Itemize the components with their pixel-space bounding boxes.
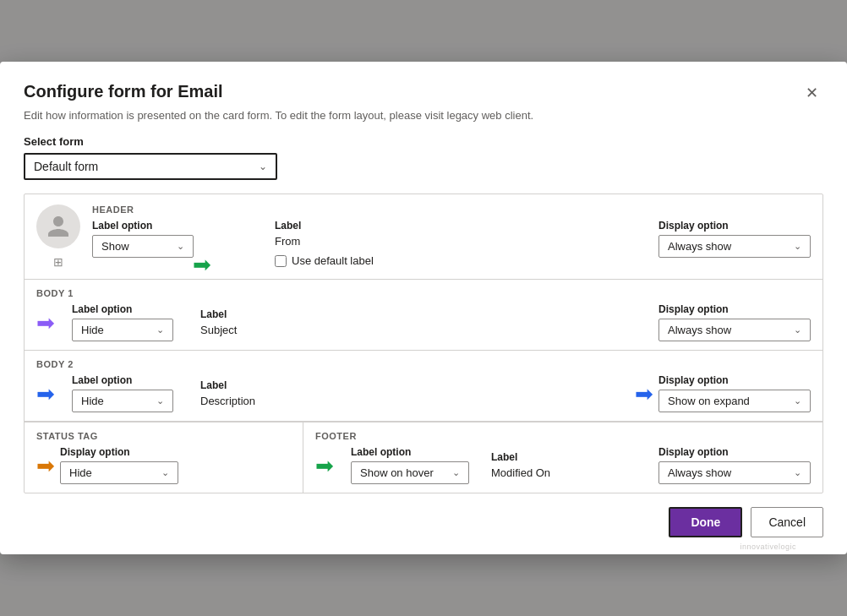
body1-label-option-value: Hide (81, 324, 104, 336)
bottom-sections: STATUS TAG ➡ Display option Hide ⌄ (25, 422, 822, 493)
header-content: HEADER Label option Show ⌄ ➡ La (92, 204, 811, 267)
header-display-col: Display option Always show ⌄ (658, 220, 811, 258)
chevron-down-icon: ⌄ (794, 241, 801, 252)
body2-display-col: ➡ Display option Show on expand ⌄ (635, 374, 811, 412)
header-label-option-dropdown[interactable]: Show ⌄ (92, 235, 194, 258)
body1-display-option-dropdown[interactable]: Always show ⌄ (658, 319, 811, 341)
status-display-col: Display option Hide ⌄ (60, 446, 178, 484)
footer-label-option-col: Label option Show on hover ⌄ (351, 446, 469, 484)
chevron-down-icon: ⌄ (156, 395, 164, 406)
header-display-option-dropdown[interactable]: Always show ⌄ (658, 235, 811, 258)
grid-icon: ⊞ (53, 255, 63, 269)
footer-label-value: Modified On (491, 466, 593, 479)
status-tag-label: STATUS TAG (36, 431, 291, 441)
footer-display-option-label: Display option (658, 446, 811, 458)
body2-fields-row: ➡ Label option Hide ⌄ Label Description (36, 374, 811, 412)
footer-tag: FOOTER (315, 431, 811, 441)
footer-label-option-value: Show on hover (360, 466, 434, 479)
chevron-down-icon: ⌄ (156, 324, 164, 335)
footer-label-option-label: Label option (351, 446, 469, 458)
cancel-button[interactable]: Cancel (751, 507, 823, 537)
status-display-option-label: Display option (60, 446, 178, 458)
green-arrow-header: ➡ (193, 253, 211, 275)
header-display-option-value: Always show (668, 240, 731, 253)
body1-label-col: Label Subject (200, 308, 302, 336)
dialog-overlay: Configure form for Email ✕ Edit how info… (0, 0, 847, 616)
body2-label-option-value: Hide (81, 395, 104, 407)
body2-label-col: Label Description (200, 379, 302, 407)
select-form-label: Select form (24, 135, 823, 148)
body1-display-option-label: Display option (658, 303, 811, 315)
header-label-option-value: Show (101, 240, 129, 253)
use-default-label-checkbox[interactable] (275, 255, 287, 267)
footer-label-option-dropdown[interactable]: Show on hover ⌄ (351, 461, 469, 484)
avatar-area: ⊞ (36, 204, 80, 269)
body2-label-option-col: Label option Hide ⌄ (72, 374, 173, 412)
chevron-down-icon: ⌄ (794, 324, 801, 335)
header-fields-row: Label option Show ⌄ ➡ Label From (92, 220, 811, 267)
done-button[interactable]: Done (669, 507, 742, 537)
blue-arrow-body2-left: ➡ (36, 383, 55, 405)
body1-fields-row: ➡ Label option Hide ⌄ Label Subject Disp… (36, 303, 811, 341)
body2-label-value: Description (200, 395, 302, 407)
header-label-option-col: Label option Show ⌄ ➡ (92, 220, 194, 258)
select-form-dropdown[interactable]: Default form ⌄ (24, 153, 277, 180)
body1-display-option-value: Always show (668, 324, 731, 336)
chevron-down-icon: ⌄ (794, 395, 801, 406)
footer-label-label: Label (491, 451, 593, 463)
status-display-option-dropdown[interactable]: Hide ⌄ (60, 461, 178, 484)
body2-label-label: Label (200, 379, 302, 391)
footer-display-col: Display option Always show ⌄ (658, 446, 811, 484)
chevron-down-icon: ⌄ (452, 467, 460, 478)
body2-tag: BODY 2 (36, 359, 811, 369)
body2-display-option-value: Show on expand (668, 395, 750, 407)
body2-display-option-label: Display option (658, 374, 811, 386)
footer-display-option-value: Always show (668, 466, 731, 479)
header-tag: HEADER (92, 204, 811, 215)
configure-form-dialog: Configure form for Email ✕ Edit how info… (0, 62, 847, 554)
body1-label-option-label: Label option (72, 303, 173, 315)
body1-label-label: Label (200, 308, 302, 320)
footer-label-col: Label Modified On (491, 451, 593, 479)
footer-display-option-dropdown[interactable]: Always show ⌄ (658, 461, 811, 484)
header-display-option-label: Display option (658, 220, 811, 232)
close-button[interactable]: ✕ (801, 82, 823, 104)
dialog-footer: innovativelogic Done Cancel (24, 507, 823, 537)
footer-fields-row: ➡ Label option Show on hover ⌄ Label Mod… (315, 446, 811, 484)
chevron-down-icon: ⌄ (794, 467, 801, 478)
use-default-label-row: Use default label (275, 254, 376, 267)
select-form-value: Default form (34, 160, 98, 173)
body1-label-option-dropdown[interactable]: Hide ⌄ (72, 319, 173, 341)
body2-label-option-dropdown[interactable]: Hide ⌄ (72, 390, 173, 412)
use-default-label-text: Use default label (292, 254, 374, 267)
dialog-subtitle: Edit how information is presented on the… (24, 109, 823, 122)
dialog-header: Configure form for Email ✕ (24, 82, 823, 104)
body2-display-option-dropdown[interactable]: Show on expand ⌄ (658, 390, 811, 412)
header-label-value: From (275, 235, 376, 248)
body1-label-option-col: Label option Hide ⌄ (72, 303, 173, 341)
body1-label-value: Subject (200, 324, 302, 336)
green-arrow-footer: ➡ (315, 455, 334, 477)
blue-arrow-body2-right: ➡ (635, 383, 653, 405)
footer-section: FOOTER ➡ Label option Show on hover ⌄ (303, 422, 822, 493)
header-label-option-label: Label option (92, 220, 194, 232)
chevron-down-icon: ⌄ (259, 161, 267, 172)
purple-arrow-body1: ➡ (36, 312, 55, 334)
dialog-title: Configure form for Email (24, 82, 223, 101)
status-display-option-value: Hide (69, 466, 92, 479)
watermark: innovativelogic (740, 542, 796, 551)
body2-section: BODY 2 ➡ Label option Hide ⌄ Label Descr… (25, 351, 822, 422)
body1-tag: BODY 1 (36, 288, 811, 298)
status-tag-section: STATUS TAG ➡ Display option Hide ⌄ (25, 422, 303, 493)
avatar (36, 204, 80, 248)
body1-section: BODY 1 ➡ Label option Hide ⌄ Label Subje… (25, 280, 822, 351)
header-section: ⊞ HEADER Label option Show ⌄ ➡ (25, 194, 822, 280)
orange-arrow-status: ➡ (36, 455, 55, 477)
header-label-label: Label (275, 220, 376, 232)
body1-display-col: Display option Always show ⌄ (658, 303, 811, 341)
chevron-down-icon: ⌄ (161, 467, 169, 478)
body2-label-option-label: Label option (72, 374, 173, 386)
chevron-down-icon: ⌄ (177, 241, 184, 252)
card-form: ⊞ HEADER Label option Show ⌄ ➡ (24, 194, 823, 493)
header-label-col: Label From Use default label (275, 220, 376, 267)
